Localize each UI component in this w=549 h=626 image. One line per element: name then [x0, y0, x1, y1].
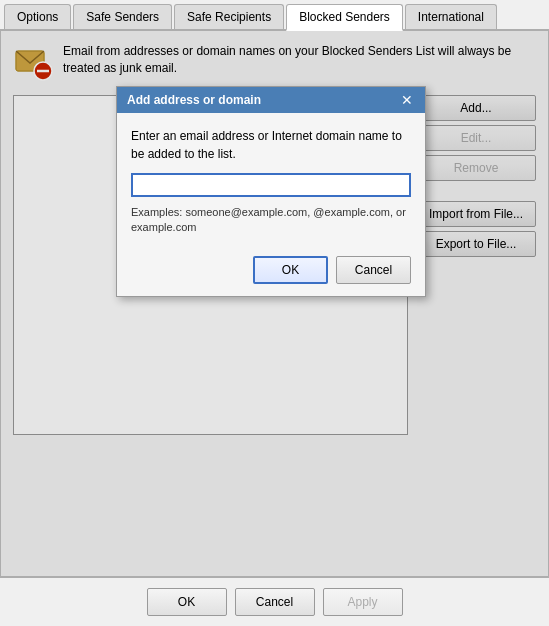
modal-close-button[interactable]: ✕	[399, 93, 415, 107]
modal-titlebar: Add address or domain ✕	[117, 87, 425, 113]
ok-button[interactable]: OK	[147, 588, 227, 616]
cancel-button[interactable]: Cancel	[235, 588, 315, 616]
modal-overlay: Add address or domain ✕ Enter an email a…	[1, 31, 548, 576]
tab-options[interactable]: Options	[4, 4, 71, 29]
address-input[interactable]	[131, 173, 411, 197]
modal-examples: Examples: someone@example.com, @example.…	[131, 205, 411, 236]
tab-international[interactable]: International	[405, 4, 497, 29]
modal-ok-button[interactable]: OK	[253, 256, 328, 284]
tab-bar: Options Safe Senders Safe Recipients Blo…	[0, 0, 549, 31]
add-address-dialog: Add address or domain ✕ Enter an email a…	[116, 86, 426, 297]
modal-cancel-button[interactable]: Cancel	[336, 256, 411, 284]
tab-safe-recipients[interactable]: Safe Recipients	[174, 4, 284, 29]
apply-button[interactable]: Apply	[323, 588, 403, 616]
modal-description: Enter an email address or Internet domai…	[131, 127, 411, 163]
modal-body: Enter an email address or Internet domai…	[117, 113, 425, 248]
modal-title: Add address or domain	[127, 93, 261, 107]
modal-footer: OK Cancel	[117, 248, 425, 296]
tab-safe-senders[interactable]: Safe Senders	[73, 4, 172, 29]
tab-blocked-senders[interactable]: Blocked Senders	[286, 4, 403, 31]
bottom-bar: OK Cancel Apply	[0, 577, 549, 625]
main-panel: Email from addresses or domain names on …	[0, 31, 549, 577]
